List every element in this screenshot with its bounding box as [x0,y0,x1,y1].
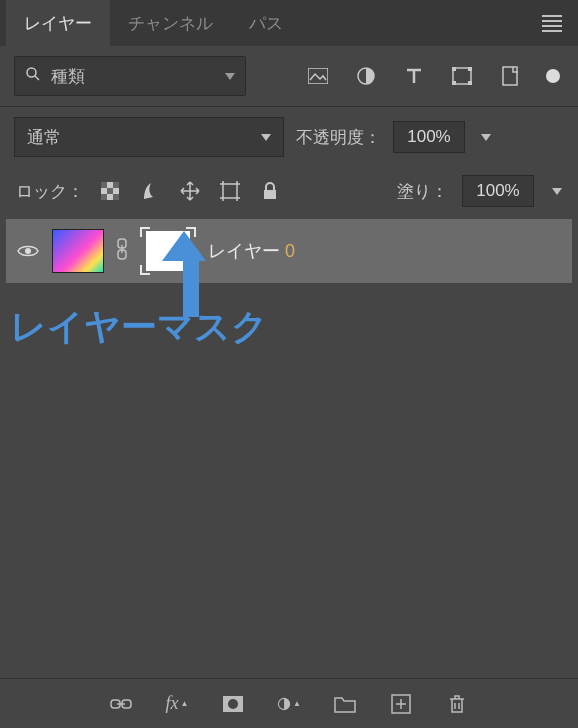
opacity-value[interactable]: 100% [393,121,465,153]
svg-rect-9 [503,67,517,85]
layer-name-text: レイヤー [208,241,285,261]
tab-channels[interactable]: チャンネル [110,0,231,46]
svg-rect-12 [113,182,119,188]
filter-adjust-icon[interactable] [354,64,378,88]
mask-link-icon[interactable] [116,238,128,265]
filter-smart-icon[interactable] [498,64,522,88]
tab-paths[interactable]: パス [231,0,301,46]
svg-line-1 [35,76,39,80]
new-layer-icon[interactable] [389,692,413,716]
tab-label: レイヤー [24,12,92,35]
link-layers-icon[interactable] [109,692,133,716]
new-group-icon[interactable] [333,692,357,716]
fill-value[interactable]: 100% [462,175,534,207]
svg-rect-11 [101,182,107,188]
svg-rect-8 [468,81,472,85]
filter-toggle-icon[interactable] [546,69,560,83]
lock-image-icon[interactable] [138,179,162,203]
visibility-icon[interactable] [16,239,40,263]
svg-rect-6 [468,67,472,71]
svg-point-0 [27,68,36,77]
svg-rect-17 [264,190,276,199]
filter-kind-dropdown[interactable]: 種類 [14,56,246,96]
add-mask-icon[interactable] [221,692,245,716]
blend-mode-dropdown[interactable]: 通常 [14,117,284,157]
filter-pixel-icon[interactable] [306,64,330,88]
opacity-value-text: 100% [407,127,450,147]
panel-menu-icon[interactable] [526,12,578,35]
svg-rect-16 [223,184,237,198]
blend-mode-label: 通常 [27,126,61,149]
layer-name-suffix: 0 [285,241,295,261]
adjustment-layer-icon[interactable]: ▲ [277,692,301,716]
svg-rect-13 [107,188,113,194]
lock-artboard-icon[interactable] [218,179,242,203]
lock-transparent-icon[interactable] [98,179,122,203]
tab-label: パス [249,12,283,35]
opacity-label: 不透明度： [296,126,381,149]
chevron-down-icon [261,134,271,141]
layer-thumbnail[interactable] [52,229,104,273]
fill-value-text: 100% [476,181,519,201]
svg-rect-7 [452,81,456,85]
tab-layers[interactable]: レイヤー [6,0,110,46]
tab-label: チャンネル [128,12,213,35]
annotation-text: レイヤーマスク [10,303,268,352]
lock-position-icon[interactable] [178,179,202,203]
search-icon [25,66,41,87]
chevron-down-icon [225,73,235,80]
layer-mask-thumbnail[interactable] [140,227,196,275]
lock-all-icon[interactable] [258,179,282,203]
fill-label: 塗り： [397,180,448,203]
svg-point-18 [25,248,31,254]
svg-point-26 [228,699,238,709]
layer-row[interactable]: レイヤー 0 [6,219,572,283]
filter-type-icon[interactable] [402,64,426,88]
fill-chevron-icon[interactable] [552,188,562,195]
layer-name[interactable]: レイヤー 0 [208,239,295,263]
lock-label: ロック： [16,180,84,203]
layer-style-icon[interactable]: fx▲ [165,692,189,716]
svg-rect-15 [113,194,119,200]
svg-rect-5 [452,67,456,71]
delete-layer-icon[interactable] [445,692,469,716]
opacity-chevron-icon[interactable] [481,134,491,141]
filter-kind-label: 種類 [51,65,85,88]
filter-shape-icon[interactable] [450,64,474,88]
svg-rect-14 [101,194,107,200]
